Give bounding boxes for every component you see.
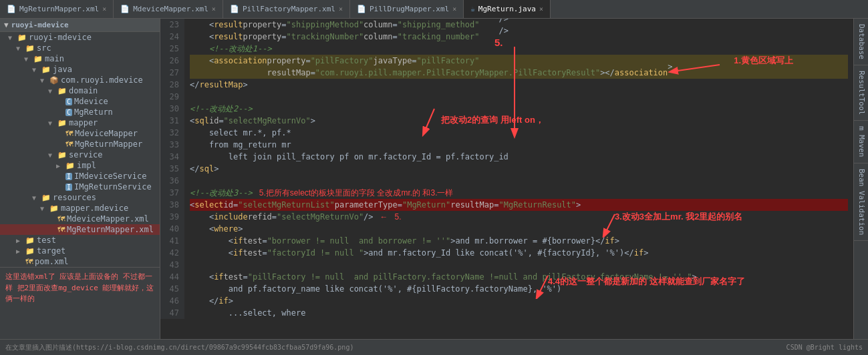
code-line-32: select mr.*, pf.* [190,127,848,139]
code-line-27: resultMap="com.ruoyi.pill.mapper.PillFac… [190,67,848,79]
tree-label: IMdeviceService [74,171,146,181]
code-editor[interactable]: 23 24 25 26 27 28 29 30 31 32 33 34 35 3… [160,19,853,339]
xml-icon: 📄 [230,5,239,13]
tree-label: MgReturnMapper [75,139,142,149]
interface-icon: I [65,173,72,180]
code-line-47: ...select, where [190,307,848,319]
tab-close[interactable]: × [339,5,343,13]
tree-item-main[interactable]: ▼ 📁 main [0,53,160,64]
panel-maven[interactable]: m Maven [854,121,868,163]
folder-icon: 📁 [25,236,35,245]
code-line-40: <where> [190,223,848,235]
java-icon: ☕ [470,5,475,13]
tab-pilldrug[interactable]: 📄 PillDrugMapper.xml × [350,0,464,18]
code-container: 23 24 25 26 27 28 29 30 31 32 33 34 35 3… [160,19,853,319]
tree-item-mapper-mdevice[interactable]: ▼ 📁 mapper.mdevice [0,203,160,214]
tree-label: com.ruoyi.mdevice [61,75,143,85]
tab-pillfactorymapper[interactable]: 📄 PillFactoryMapper.xml × [223,0,350,18]
tree-item-java[interactable]: ▼ 📁 java [0,64,160,75]
interface-icon: I [65,184,72,191]
tree-item-service[interactable]: ▼ 📁 service [0,149,160,160]
expand-icon: ▼ [32,66,41,73]
tab-close[interactable]: × [212,5,216,13]
tree-label: domain [69,86,98,95]
tab-label: MdeviceMapper.xml [133,5,208,13]
code-line-44: <if test="pillFactory != null and pillFa… [190,271,848,283]
tree-label: MgReturnMapper.xml [67,225,154,234]
tab-mgreturnmapper[interactable]: 📄 MgReturnMapper.xml × [0,0,114,18]
expand-icon: ▼ [48,151,57,159]
bottom-text: 在文章里插入图片描述(https://i-blog.csdnimg.cn/dir… [5,343,773,352]
tab-close[interactable]: × [102,5,106,13]
sidebar-note: 这里选错xml了 应该是上面设备的 不过都一样 把2里面改查mg_device … [0,267,160,309]
tree-item-target[interactable]: ▶ 📁 target [0,246,160,256]
tree-item-mdevicemapper-xml[interactable]: 🗺 MdeviceMapper.xml [0,214,160,224]
xml-icon: 📄 [120,5,130,13]
folder-icon: 📁 [57,119,67,127]
tree-item-imdeviceservice[interactable]: I IMdeviceService [0,171,160,182]
tree-item-ruoyi[interactable]: ▼ 📁 ruoyi-mdevice [0,32,160,43]
tree-item-package[interactable]: ▼ 📦 com.ruoyi.mdevice [0,75,160,85]
tree-item-mapper-folder[interactable]: ▼ 📁 mapper [0,117,160,128]
code-line-34: left join pill_factory pf on mr.factory_… [190,151,848,163]
tree-item-resources[interactable]: ▼ 📁 resources [0,192,160,203]
panel-bean-validation[interactable]: Bean Validation [854,163,868,241]
tab-label: PillFactoryMapper.xml [243,5,335,13]
tree-item-src[interactable]: ▼ 📁 src [0,43,160,53]
expand-icon: ▼ [24,55,33,63]
tree-item-mdevicemapper[interactable]: 🗺 MdeviceMapper [0,128,160,139]
code-line-39: <include refid="selectMgReturnVo"/> ← 5. [190,211,848,223]
tree-label: src [37,43,51,53]
tree-label: test [37,236,56,245]
tree-label: resources [53,193,96,202]
xml-icon: 📄 [7,5,16,13]
tab-mgreturn-java[interactable]: ☕ MgReturn.java × [464,0,551,18]
folder-icon: 📁 [57,151,67,159]
folder-icon: 📁 [33,55,43,63]
tree-item-mdevice[interactable]: C Mdevice [0,96,160,107]
code-line-31: <sql id="selectMgReturnVo"> [190,115,848,127]
code-line-41: <if test="borrower != null and borrower … [190,235,848,247]
tree-item-impl[interactable]: ▶ 📁 impl [0,160,160,171]
tab-close[interactable]: × [539,5,543,13]
tree-item-pom[interactable]: 🗺 pom.xml [0,256,160,267]
tree-label: java [53,65,72,74]
xml-icon: 📄 [357,5,366,13]
code-line-42: <if test="factoryId != null ">and mr.fac… [190,247,848,259]
tree-label: MdeviceMapper [75,129,138,138]
tree-label: mapper [69,118,98,127]
code-line-38: <select id="selectMgReturnList" paramete… [190,199,848,211]
tree-label: Mdevice [74,97,108,106]
tree-item-mgreturnmapper[interactable]: 🗺 MgReturnMapper [0,139,160,149]
tree-item-imgreturnservice[interactable]: I IMgReturnService [0,182,160,192]
folder-icon: 📁 [41,194,51,202]
tree-item-mgreturn[interactable]: C MgReturn [0,107,160,117]
xml-file-icon: 🗺 [25,258,33,266]
tree-label: impl [77,161,96,170]
tree-item-domain[interactable]: ▼ 📁 domain [0,85,160,96]
tab-close[interactable]: × [452,5,456,13]
code-line-26: <association property="pillFactory" java… [190,55,848,67]
expand-icon: ▼ [32,194,41,202]
expand-icon: ▼ [48,119,57,127]
tree-label: main [45,54,64,63]
folder-icon: 📁 [65,161,75,170]
main-layout: ▼ ruoyi-mdevice ▼ 📁 ruoyi-mdevice ▼ 📁 sr… [0,19,868,339]
tree-label: ruoyi-mdevice [29,33,92,42]
panel-resulttool[interactable]: ResultTool [854,65,868,121]
panel-database[interactable]: Database [854,19,868,65]
tree-item-test[interactable]: ▶ 📁 test [0,235,160,246]
expand-icon: ▼ [8,34,17,41]
code-line-46: </if> [190,295,848,307]
expand-icon: ▶ [56,162,65,169]
tree-label: target [37,246,65,256]
folder-icon: 📁 [25,247,35,256]
watermark: CSDN @Bright lights [786,344,863,351]
tree-item-mgreturnmapper-xml[interactable]: 🗺 MgReturnMapper.xml [0,224,160,235]
expand-icon: ▼ [16,45,25,52]
java-icon: C [65,98,72,105]
tab-label: PillDrugMapper.xml [370,5,449,13]
tree-label: pom.xml [35,257,69,266]
code-line-25: <!--改动处1--> [190,43,848,55]
tab-mdevicemapper[interactable]: 📄 MdeviceMapper.xml × [114,0,223,18]
